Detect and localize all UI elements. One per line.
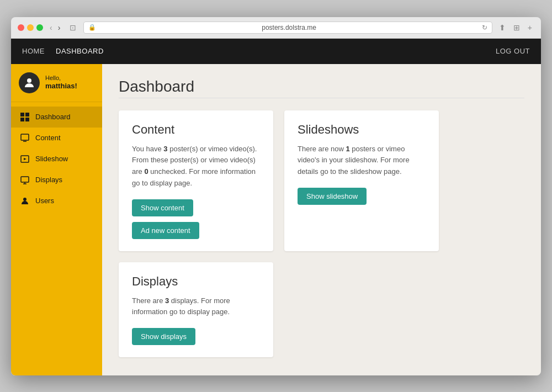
svg-rect-2: [25, 113, 29, 116]
content-text-suffix: unchecked. For more information go to di…: [132, 167, 256, 187]
url-text: posters.dolstra.me: [99, 24, 479, 31]
show-content-button[interactable]: Show content: [132, 199, 193, 216]
sidebar-nav: Dashboard Content Slideshow: [11, 102, 102, 211]
share-button[interactable]: ⬆: [497, 22, 508, 33]
maximize-button[interactable]: [36, 24, 43, 31]
nav-home[interactable]: HOME: [22, 39, 45, 63]
sidebar-item-dashboard-label: Dashboard: [35, 113, 71, 121]
content-count-unchecked: 0: [144, 167, 148, 176]
lock-icon: 🔒: [88, 24, 96, 31]
sidebar-item-content-label: Content: [35, 134, 61, 142]
show-displays-button[interactable]: Show displays: [132, 328, 195, 345]
page-title: Dashboard: [119, 78, 524, 96]
reload-button[interactable]: ↻: [482, 24, 487, 31]
avatar: [19, 72, 40, 93]
displays-card-actions: Show displays: [132, 328, 260, 345]
svg-rect-9: [21, 177, 29, 182]
svg-rect-4: [25, 118, 29, 121]
top-nav-left: HOME DASHBOARD: [22, 39, 104, 63]
cards-row-1: Content You have 3 poster(s) or vimeo vi…: [119, 110, 524, 251]
svg-rect-1: [20, 113, 24, 116]
browser-window: ‹ › ⊡ 🔒 posters.dolstra.me ↻ ⬆ ⊞ + HOME …: [11, 17, 541, 375]
nav-buttons: ‹ ›: [47, 22, 62, 33]
sidebar: Hello, matthias! Dashboard: [11, 64, 102, 375]
content-card: Content You have 3 poster(s) or vimeo vi…: [119, 110, 273, 251]
show-slideshow-button[interactable]: Show slideshow: [298, 188, 367, 205]
slideshows-card-actions: Show slideshow: [298, 188, 426, 205]
slideshow-icon: [20, 154, 30, 164]
svg-point-0: [27, 78, 31, 83]
browser-chrome: ‹ › ⊡ 🔒 posters.dolstra.me ↻ ⬆ ⊞ +: [11, 17, 541, 39]
minimize-button[interactable]: [27, 24, 34, 31]
svg-marker-8: [24, 158, 26, 160]
displays-card-text: There are 3 displays. For more informati…: [132, 295, 260, 319]
cards-row-2: Displays There are 3 displays. For more …: [119, 262, 524, 358]
sidebar-item-slideshow[interactable]: Slideshow: [11, 149, 102, 169]
slideshows-card-title: Slideshows: [298, 123, 426, 137]
displays-card-title: Displays: [132, 274, 260, 289]
content-card-actions: Show content Ad new content: [132, 199, 260, 239]
slideshows-card: Slideshows There are now 1 posters or vi…: [284, 110, 439, 251]
logout-button[interactable]: LOG OUT: [496, 47, 530, 55]
displays-card: Displays There are 3 displays. For more …: [119, 262, 273, 358]
app: HOME DASHBOARD LOG OUT Hel: [11, 39, 541, 375]
back-button[interactable]: ‹: [47, 22, 55, 33]
sidebar-item-displays[interactable]: Displays: [11, 169, 102, 190]
new-tab-button[interactable]: +: [526, 22, 534, 33]
content-text-prefix: You have: [132, 145, 163, 153]
title-divider: [119, 98, 524, 98]
window-view-button[interactable]: ⊡: [67, 22, 79, 33]
content-area: Dashboard Content You have 3 poster(s) o…: [102, 64, 541, 375]
displays-icon: [20, 175, 30, 185]
traffic-lights: [18, 24, 43, 31]
sidebar-item-displays-label: Displays: [35, 176, 62, 184]
close-button[interactable]: [18, 24, 24, 31]
main-layout: Hello, matthias! Dashboard: [11, 64, 541, 375]
sidebar-item-users-label: Users: [35, 197, 54, 205]
content-count-posters: 3: [163, 145, 167, 153]
add-tab-button[interactable]: ⊞: [511, 22, 522, 33]
add-content-button[interactable]: Ad new content: [132, 222, 199, 239]
displays-text-prefix: There are: [132, 296, 165, 305]
sidebar-user: Hello, matthias!: [11, 64, 102, 102]
browser-toolbar: ‹ › ⊡ 🔒 posters.dolstra.me ↻ ⬆ ⊞ +: [18, 22, 534, 38]
sidebar-item-slideshow-label: Slideshow: [35, 155, 68, 163]
svg-rect-3: [20, 118, 24, 121]
sidebar-item-users[interactable]: Users: [11, 190, 102, 211]
content-card-text: You have 3 poster(s) or vimeo video(s). …: [132, 144, 260, 189]
forward-button[interactable]: ›: [56, 22, 63, 33]
user-avatar-icon: [23, 76, 36, 89]
svg-rect-5: [21, 134, 29, 140]
slideshows-text-prefix: There are now: [298, 145, 346, 153]
browser-actions: ⬆ ⊞ +: [497, 22, 534, 33]
user-name: matthias!: [45, 82, 77, 91]
svg-point-12: [23, 198, 26, 201]
nav-dashboard[interactable]: DASHBOARD: [56, 39, 104, 63]
top-nav: HOME DASHBOARD LOG OUT: [11, 39, 541, 64]
slideshows-count: 1: [346, 145, 349, 153]
content-card-title: Content: [132, 123, 260, 137]
sidebar-item-dashboard[interactable]: Dashboard: [11, 107, 102, 128]
slideshows-card-text: There are now 1 posters or vimeo video's…: [298, 144, 426, 178]
dashboard-icon: [20, 112, 30, 122]
users-icon: [20, 196, 30, 206]
user-info: Hello, matthias!: [45, 74, 77, 91]
sidebar-item-content[interactable]: Content: [11, 128, 102, 149]
content-icon: [20, 133, 30, 143]
user-greeting: Hello,: [45, 74, 77, 82]
address-bar[interactable]: 🔒 posters.dolstra.me ↻: [83, 22, 492, 34]
